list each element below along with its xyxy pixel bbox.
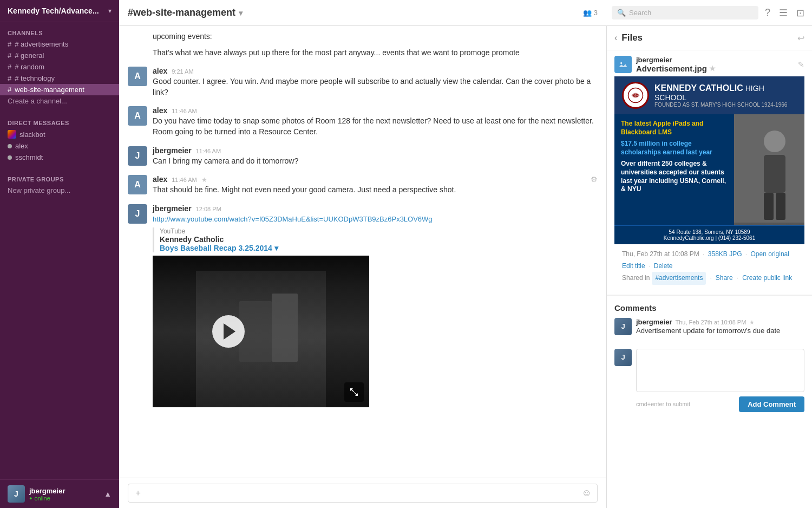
comments-title: Comments — [614, 303, 804, 312]
message-time: 11:46 AM — [172, 108, 197, 114]
dm-slackbot[interactable]: slackbot — [0, 128, 119, 140]
expand-icon[interactable]: ⊡ — [794, 5, 807, 21]
message-body: alex 11:46 AM Do you have time today to … — [153, 106, 598, 137]
hash-icon: # — [8, 51, 11, 60]
star-icon[interactable]: ★ — [709, 64, 716, 73]
message-text: Good counter. I agree. You win. And mayb… — [153, 76, 598, 97]
search-input[interactable] — [629, 9, 753, 17]
avatar: A — [128, 175, 147, 194]
add-comment-button[interactable]: Add Comment — [739, 396, 804, 412]
back-button[interactable]: ‹ — [614, 33, 617, 43]
play-button[interactable] — [212, 315, 245, 348]
message-continuation-1: upcoming events: — [128, 31, 598, 42]
message-author: alex — [153, 106, 167, 115]
attachment-icon[interactable]: ＋ — [134, 487, 142, 499]
star-icon[interactable]: ★ — [201, 176, 207, 184]
avatar-placeholder: J — [128, 146, 147, 166]
sidebar-item-web-site-management[interactable]: # web-site-management — [0, 84, 119, 95]
channel-dropdown-icon[interactable]: ▾ — [239, 9, 243, 17]
message-input[interactable] — [147, 489, 578, 498]
open-original-link[interactable]: Open original — [751, 250, 789, 258]
dm-alex[interactable]: alex — [0, 140, 119, 152]
dm-section-label: DIRECT MESSAGES — [0, 112, 119, 128]
channel-tag[interactable]: #advertisements — [652, 272, 706, 285]
channel-members-info[interactable]: 👥 3 — [583, 9, 598, 17]
workspace-chevron-icon[interactable]: ▾ — [108, 7, 112, 15]
svg-rect-6 — [764, 155, 785, 193]
star-icon[interactable]: ★ — [749, 319, 755, 326]
list-item: jbergmeier Advertisement.jpg ★ ✎ — [607, 50, 812, 295]
user-menu-chevron-icon[interactable]: ▲ — [104, 490, 112, 498]
preview-title[interactable]: Boys Baseball Recap 3.25.2014 ▾ — [160, 244, 598, 252]
edit-title-link[interactable]: Edit title — [622, 262, 645, 270]
svg-rect-0 — [619, 61, 627, 69]
delete-link[interactable]: Delete — [654, 262, 673, 270]
workspace-title: Kennedy Tech/Advance... — [8, 6, 99, 15]
username-label: jbergmeier — [29, 487, 100, 495]
search-bar[interactable]: 🔍 — [612, 6, 758, 19]
youtube-link[interactable]: http://www.youtube.com/watch?v=f05Z3DMaH… — [153, 215, 433, 223]
sidebar-item-advertisements[interactable]: # # advertisements — [0, 38, 119, 50]
message-time: 11:46 AM — [172, 177, 197, 183]
avatar-placeholder: A — [128, 175, 147, 194]
user-avatar: J — [8, 485, 25, 503]
create-channel-link[interactable]: Create a channel... — [0, 95, 119, 107]
sidebar: Kennedy Tech/Advance... ▾ CHANNELS # # a… — [0, 0, 119, 508]
channel-title: #web-site-management ▾ — [128, 7, 243, 18]
sidebar-item-general[interactable]: # # general — [0, 50, 119, 61]
ad-text-column: The latest Apple iPads and Blackboard LM… — [614, 114, 734, 225]
edit-icon[interactable]: ✎ — [798, 60, 804, 69]
video-thumbnail[interactable] — [153, 256, 369, 407]
messages-list: upcoming events: That's what we have alw… — [119, 26, 606, 478]
comment-hint-label: cmd+enter to submit — [636, 401, 690, 407]
forward-icon[interactable]: ↩ — [797, 33, 804, 43]
ad-body: The latest Apple iPads and Blackboard LM… — [614, 114, 804, 225]
gear-icon[interactable]: ⚙ — [591, 175, 598, 184]
comment-author: jbergmeier — [636, 318, 672, 326]
svg-point-5 — [764, 131, 785, 152]
school-name-block: KENNEDY CATHOLIC HIGH SCHOOL FOUNDED AS … — [654, 83, 797, 108]
sidebar-item-technology[interactable]: # # technology — [0, 73, 119, 84]
school-logo: KC — [622, 82, 649, 109]
shared-in-label: Shared in — [622, 272, 650, 284]
file-metadata: Thu, Feb 27th at 10:08 PM · 358KB JPG · … — [614, 244, 804, 289]
dm-sschmidt[interactable]: sschmidt — [0, 152, 119, 163]
files-panel-title: Files — [621, 32, 643, 43]
separator: · — [745, 250, 747, 258]
new-private-group-link[interactable]: New private group... — [0, 185, 119, 196]
file-type-icon — [614, 56, 632, 73]
user-info: jbergmeier online — [29, 487, 100, 502]
list-item: J jbergmeier Thu, Feb 27th at 10:08 PM ★… — [614, 318, 804, 336]
message-text: Can I bring my camera and do it tomorrow… — [153, 156, 598, 167]
table-row: J jbergmeier 12:08 PM http://www.youtube… — [128, 204, 598, 408]
comment-submit-row: cmd+enter to submit Add Comment — [614, 396, 804, 412]
top-bar-container: #web-site-management ▾ 👥 3 🔍 ? ☰ ⊡ — [119, 0, 812, 26]
messages-panel: upcoming events: That's what we have alw… — [119, 26, 606, 508]
share-link[interactable]: Share — [716, 272, 733, 284]
files-content: jbergmeier Advertisement.jpg ★ ✎ — [607, 50, 812, 508]
message-body: jbergmeier 12:08 PM http://www.youtube.c… — [153, 204, 598, 408]
comment-textarea[interactable] — [636, 349, 804, 392]
file-username: jbergmeier — [636, 56, 794, 64]
ad-text-3: Over differnt 250 colleges & universitie… — [621, 160, 728, 193]
file-user-info: jbergmeier Advertisement.jpg ★ — [636, 56, 794, 73]
link-preview: YouTube Kennedy Catholic Boys Baseball R… — [153, 227, 598, 252]
files-header-left: ‹ Files — [614, 32, 643, 43]
hash-icon: # — [8, 86, 11, 94]
sidebar-item-random[interactable]: # # random — [0, 61, 119, 73]
message-header: alex 11:46 AM — [153, 106, 598, 115]
file-size-link[interactable]: 358KB JPG — [708, 250, 742, 258]
create-public-link[interactable]: Create public link — [742, 272, 792, 284]
emoji-icon[interactable]: ☺ — [582, 487, 592, 499]
preview-source: YouTube — [160, 227, 598, 235]
hash-icon: # — [8, 40, 11, 48]
private-groups-section: PRIVATE GROUPS New private group... — [0, 168, 119, 196]
ad-photo-column — [734, 114, 804, 225]
list-icon[interactable]: ☰ — [777, 5, 790, 21]
expand-button[interactable] — [344, 382, 364, 402]
avatar-placeholder: J — [128, 204, 147, 224]
workspace-header[interactable]: Kennedy Tech/Advance... ▾ — [0, 0, 119, 22]
channel-name: #web-site-management — [128, 7, 235, 18]
help-icon[interactable]: ? — [763, 5, 772, 21]
ad-text-2: $17.5 million in college scholarships ea… — [621, 140, 728, 157]
